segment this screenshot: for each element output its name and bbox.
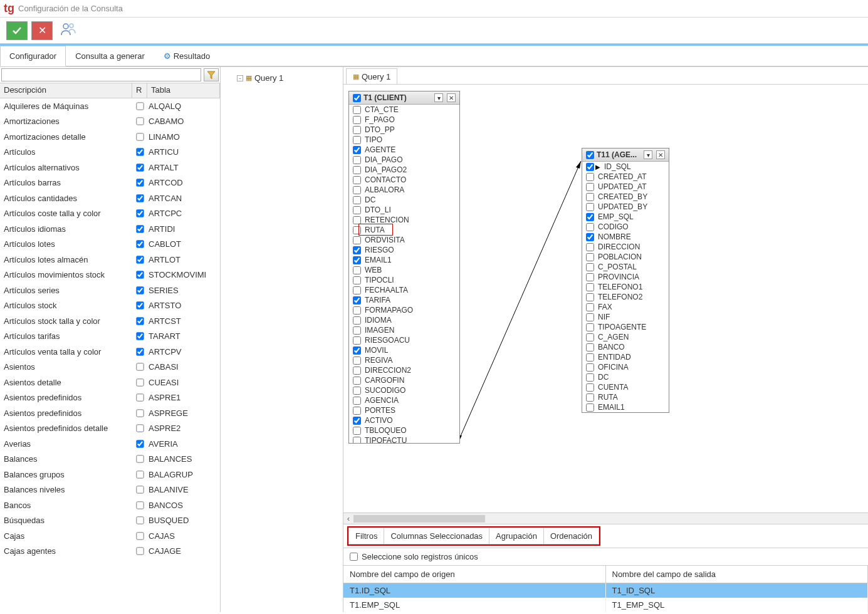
row-r-checkbox[interactable] — [136, 378, 144, 386]
col-header-tabla[interactable]: Tabla — [147, 83, 220, 98]
field-checkbox[interactable] — [353, 216, 361, 224]
table-row[interactable]: Artículos lotes almacénARTLOT — [0, 252, 220, 268]
field-row[interactable]: CREATED_AT — [582, 172, 669, 182]
field-checkbox[interactable] — [353, 186, 361, 194]
table-row[interactable]: Artículos barrasARTCOD — [0, 175, 220, 191]
field-row[interactable]: IDIOMA — [349, 315, 459, 325]
field-row[interactable]: EMP_SQL — [582, 212, 669, 222]
field-checkbox[interactable] — [586, 383, 594, 392]
col-header-salida[interactable]: Nombre del campo de salida — [606, 566, 869, 583]
row-r[interactable] — [132, 424, 147, 432]
field-row[interactable]: TARIFA — [349, 295, 459, 305]
table-row[interactable]: Artículos stockARTSTO — [0, 298, 220, 314]
tree-root[interactable]: - ▦ Query 1 — [221, 71, 343, 83]
field-checkbox[interactable] — [586, 293, 594, 301]
table-row[interactable]: Artículos stock talla y colorARTCST — [0, 313, 220, 329]
col-header-origen[interactable]: Nombre del campo de origen — [343, 566, 606, 583]
field-checkbox[interactable] — [353, 156, 361, 164]
row-r[interactable] — [132, 455, 147, 463]
table-row[interactable]: Artículos venta talla y colorARTCPV — [0, 344, 220, 360]
row-r[interactable] — [132, 501, 147, 509]
selected-column-row[interactable]: T1.ID_SQLT1_ID_SQL — [343, 583, 868, 598]
row-r-checkbox[interactable] — [136, 486, 144, 494]
canvas-area[interactable]: T1 (CLIENT) ▾ ✕ CTA_CTEF_PAGODTO_PPTIPOA… — [343, 85, 868, 513]
row-r-checkbox[interactable] — [136, 532, 144, 539]
field-checkbox[interactable] — [353, 166, 361, 174]
field-checkbox[interactable] — [586, 393, 594, 402]
field-checkbox[interactable] — [353, 176, 361, 184]
row-r[interactable] — [132, 209, 147, 217]
field-checkbox[interactable] — [353, 367, 361, 375]
field-checkbox[interactable] — [586, 273, 594, 281]
row-r[interactable] — [132, 148, 147, 156]
field-checkbox[interactable] — [586, 203, 594, 211]
field-checkbox[interactable] — [353, 407, 361, 415]
field-row[interactable]: TBLOQUEO — [349, 425, 459, 435]
row-r-checkbox[interactable] — [136, 118, 144, 125]
col-header-descripcion[interactable]: Descripción — [0, 83, 132, 98]
field-row[interactable]: TIPOCLI — [349, 275, 459, 285]
row-r[interactable] — [132, 486, 147, 494]
field-checkbox[interactable] — [353, 417, 361, 425]
field-checkbox[interactable] — [586, 313, 594, 321]
row-r[interactable] — [132, 378, 147, 387]
row-r-checkbox[interactable] — [136, 317, 144, 325]
horizontal-scrollbar[interactable]: ‹ — [343, 513, 868, 524]
field-row[interactable]: DIRECCION — [582, 242, 669, 252]
row-r[interactable] — [132, 393, 147, 402]
field-row[interactable]: MOVIL — [349, 345, 459, 355]
row-r-checkbox[interactable] — [136, 501, 144, 509]
row-r-checkbox[interactable] — [136, 194, 144, 202]
field-row[interactable]: TELEFONO1 — [582, 282, 669, 292]
field-row[interactable]: FORMAPAGO — [349, 305, 459, 315]
field-row[interactable]: BANCO — [582, 342, 669, 352]
field-checkbox[interactable] — [353, 356, 361, 365]
field-row[interactable]: UPDATED_AT — [582, 182, 669, 192]
table-row[interactable]: BancosBANCOS — [0, 497, 220, 513]
dropdown-icon[interactable]: ▾ — [434, 93, 443, 102]
selected-column-row[interactable]: T1.EMP_SQLT1_EMP_SQL — [343, 598, 868, 612]
field-row[interactable]: DTO_PP — [349, 125, 459, 135]
field-row[interactable]: CREATED_BY — [582, 192, 669, 202]
field-row[interactable]: RIESGOACU — [349, 335, 459, 345]
table-row[interactable]: ArtículosARTICU — [0, 145, 220, 160]
field-checkbox[interactable] — [586, 323, 594, 331]
row-r[interactable] — [132, 363, 147, 371]
field-row[interactable]: ALBALORA — [349, 185, 459, 195]
field-row[interactable]: DC — [349, 195, 459, 205]
field-checkbox[interactable] — [586, 243, 594, 251]
field-checkbox[interactable] — [353, 136, 361, 144]
row-r-checkbox[interactable] — [136, 241, 144, 248]
row-r-checkbox[interactable] — [136, 548, 144, 555]
row-r[interactable] — [132, 240, 147, 248]
field-checkbox[interactable] — [586, 233, 594, 241]
field-row[interactable]: EMAIL1 — [582, 402, 669, 412]
field-row[interactable]: TIPOAGENTE — [582, 322, 669, 332]
table-row[interactable]: AveriasAVERIA — [0, 436, 220, 452]
field-row[interactable]: C_AGEN — [582, 332, 669, 342]
table-row[interactable]: Alquileres de MáquinasALQALQ — [0, 98, 220, 114]
field-row[interactable]: FECHAALTA — [349, 285, 459, 295]
field-row[interactable]: POBLACION — [582, 252, 669, 262]
close-icon[interactable]: ✕ — [656, 150, 665, 159]
tab-configurador[interactable]: Configurador — [0, 46, 66, 66]
table-row[interactable]: Asientos detalleCUEASI — [0, 375, 220, 390]
table-row[interactable]: Asientos predefinidos detalleASPRE2 — [0, 421, 220, 437]
field-checkbox[interactable] — [586, 333, 594, 341]
row-r-checkbox[interactable] — [136, 286, 144, 294]
field-row[interactable]: TELEFONO2 — [582, 292, 669, 302]
row-r[interactable] — [132, 194, 147, 202]
filter-button[interactable] — [204, 68, 219, 81]
field-row[interactable]: NIF — [582, 312, 669, 322]
field-row[interactable]: CUENTA — [582, 382, 669, 392]
table-row[interactable]: Asientos predefinidosASPREGE — [0, 405, 220, 421]
unique-records-checkbox[interactable] — [350, 553, 358, 561]
field-checkbox[interactable] — [353, 126, 361, 134]
row-r[interactable] — [132, 348, 147, 356]
table-row[interactable]: BúsquedasBUSQUED — [0, 513, 220, 529]
table-row[interactable]: Asientos predefinidosASPRE1 — [0, 390, 220, 406]
row-r-checkbox[interactable] — [136, 348, 144, 355]
field-checkbox[interactable] — [353, 256, 361, 264]
table-row[interactable]: Artículos idiomasARTIDI — [0, 221, 220, 237]
filter-input[interactable] — [1, 68, 201, 81]
